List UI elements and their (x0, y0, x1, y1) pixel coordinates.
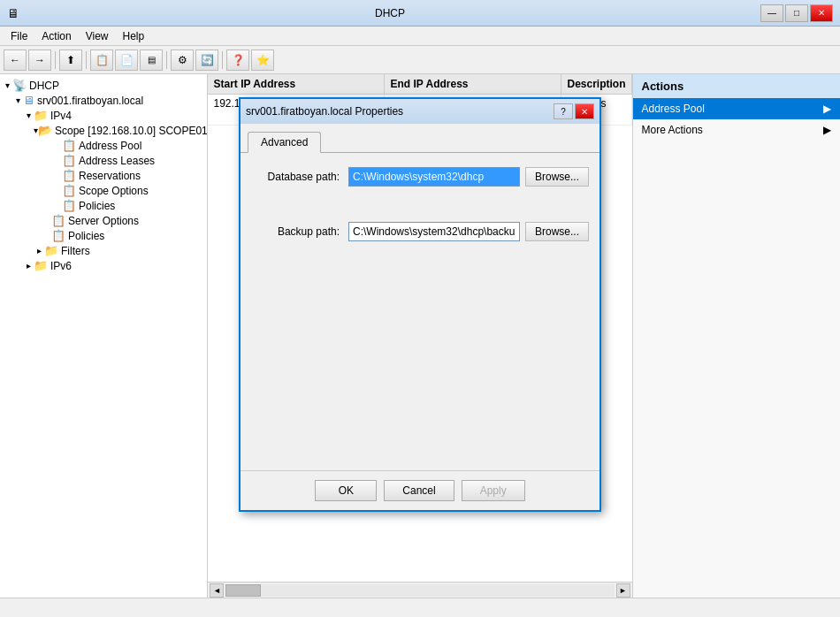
filters-icon: 📁 (44, 244, 58, 257)
actions-more-label: More Actions (642, 124, 703, 136)
tree-item-dhcp[interactable]: ▾ 📡 DHCP (0, 78, 207, 93)
col-header-description: Description (561, 74, 631, 94)
menu-file[interactable]: File (4, 28, 34, 44)
dialog-help-button[interactable]: ? (554, 103, 573, 119)
toggle-ipv4[interactable]: ▾ (23, 110, 34, 120)
dialog-title-bar: srv001.firatboyan.local Properties ? ✕ (241, 99, 599, 124)
scroll-left-button[interactable]: ◄ (210, 583, 224, 598)
tree-item-scope-options[interactable]: 📋 Scope Options (0, 183, 207, 198)
toggle-ipv6[interactable]: ▸ (23, 261, 34, 270)
tree-item-scope-policies[interactable]: 📋 Policies (0, 198, 207, 213)
tree-item-server-policies[interactable]: 📋 Policies (0, 228, 207, 243)
tree-item-address-pool[interactable]: 📋 Address Pool (0, 138, 207, 153)
server-policies-icon: 📋 (51, 229, 65, 242)
star-button[interactable]: ⭐ (251, 50, 274, 71)
reservations-icon: 📋 (62, 169, 76, 182)
actions-title: Actions (642, 80, 684, 93)
tree-item-server[interactable]: ▾ 🖥 srv001.firatboyan.local (0, 93, 207, 108)
dhcp-icon: 📡 (12, 79, 27, 92)
toolbar-separator-1 (55, 51, 56, 69)
tab-advanced[interactable]: Advanced (248, 132, 321, 153)
col-header-end-ip: End IP Address (385, 74, 561, 94)
minimize-button[interactable]: — (760, 4, 783, 22)
dialog-title: srv001.firatboyan.local Properties (246, 105, 403, 118)
database-path-row: Database path: Browse... (251, 167, 589, 187)
content-header: Start IP Address End IP Address Descript… (208, 74, 631, 95)
tree-item-server-options[interactable]: 📋 Server Options (0, 213, 207, 228)
ipv6-icon: 📁 (34, 259, 48, 272)
tree-label-address-pool: Address Pool (79, 140, 141, 152)
tree-item-ipv4[interactable]: ▾ 📁 IPv4 (0, 108, 207, 123)
backup-path-input[interactable] (348, 222, 520, 241)
help-button[interactable]: ❓ (226, 50, 249, 71)
tree-label-address-leases: Address Leases (79, 155, 155, 167)
toolbar-separator-3 (166, 51, 167, 69)
tree-label-ipv4: IPv4 (50, 110, 72, 122)
properties-dialog: srv001.firatboyan.local Properties ? ✕ A… (239, 97, 601, 512)
refresh-button[interactable]: 🔄 (195, 50, 218, 71)
tree-item-scope[interactable]: ▾ 📂 Scope [192.168.10.0] SCOPE01 (0, 123, 207, 138)
menu-help[interactable]: Help (116, 28, 152, 44)
ok-button[interactable]: OK (315, 480, 377, 501)
scroll-track[interactable] (225, 584, 614, 597)
list-button[interactable]: 📄 (115, 50, 138, 71)
address-leases-icon: 📋 (62, 154, 76, 167)
tree-label-scope-options: Scope Options (79, 185, 149, 197)
toggle-filters[interactable]: ▸ (34, 246, 44, 255)
tree-label-dhcp: DHCP (29, 80, 59, 92)
close-button[interactable]: ✕ (810, 4, 833, 22)
menu-action[interactable]: Action (34, 28, 78, 44)
apply-button[interactable]: Apply (462, 480, 525, 501)
toolbar-separator-2 (86, 51, 87, 69)
cancel-button[interactable]: Cancel (384, 480, 454, 501)
scroll-thumb[interactable] (225, 584, 261, 597)
dialog-close-button[interactable]: ✕ (575, 103, 594, 119)
menu-bar: File Action View Help (0, 27, 840, 46)
scope-policies-icon: 📋 (62, 199, 76, 212)
toggle-dhcp[interactable]: ▾ (2, 80, 12, 90)
status-bar (0, 598, 840, 617)
forward-button[interactable]: → (28, 50, 51, 71)
menu-view[interactable]: View (79, 28, 116, 44)
properties-button[interactable]: ⚙ (171, 50, 194, 71)
dialog-controls: ? ✕ (554, 103, 594, 119)
tree-label-scope: Scope [192.168.10.0] SCOPE01 (55, 125, 208, 137)
tree-item-ipv6[interactable]: ▸ 📁 IPv6 (0, 258, 207, 273)
backup-path-row: Backup path: Browse... (251, 222, 589, 241)
detail-button[interactable]: ▤ (140, 50, 163, 71)
tree-item-filters[interactable]: ▸ 📁 Filters (0, 243, 207, 258)
title-bar: 🖥 DHCP — □ ✕ (0, 0, 840, 27)
database-browse-button[interactable]: Browse... (525, 167, 589, 187)
server-options-icon: 📋 (51, 214, 65, 227)
show-hide-button[interactable]: 📋 (90, 50, 113, 71)
horizontal-scrollbar[interactable]: ◄ ► (208, 582, 631, 598)
back-button[interactable]: ← (4, 50, 27, 71)
server-icon: 🖥 (23, 94, 34, 107)
tree-label-filters: Filters (61, 245, 90, 257)
address-pool-icon: 📋 (62, 139, 76, 152)
actions-item-more[interactable]: More Actions ▶ (633, 119, 840, 141)
scope-icon: 📂 (38, 124, 52, 137)
maximize-button[interactable]: □ (785, 4, 808, 22)
up-button[interactable]: ⬆ (59, 50, 82, 71)
tree-panel: ▾ 📡 DHCP ▾ 🖥 srv001.firatboyan.local ▾ 📁… (0, 74, 208, 598)
scroll-right-button[interactable]: ► (616, 583, 630, 598)
backup-browse-button[interactable]: Browse... (525, 222, 589, 241)
toolbar: ← → ⬆ 📋 📄 ▤ ⚙ 🔄 ❓ ⭐ (0, 46, 840, 74)
tree-label-reservations: Reservations (79, 170, 141, 182)
actions-header: Actions (633, 74, 840, 98)
tree-item-reservations[interactable]: 📋 Reservations (0, 168, 207, 183)
tab-bar: Advanced (241, 124, 599, 152)
actions-more-arrow: ▶ (823, 124, 831, 136)
actions-item-address-pool[interactable]: Address Pool ▶ (633, 98, 840, 119)
tree-label-server: srv001.firatboyan.local (37, 95, 143, 107)
scope-options-icon: 📋 (62, 184, 76, 197)
backup-path-label: Backup path: (251, 225, 348, 238)
window-controls: — □ ✕ (760, 4, 833, 22)
app-icon: 🖥 (7, 6, 19, 20)
database-path-input[interactable] (348, 167, 520, 187)
toggle-server[interactable]: ▾ (12, 95, 23, 105)
actions-panel: Actions Address Pool ▶ More Actions ▶ (632, 74, 840, 598)
tree-label-ipv6: IPv6 (50, 260, 72, 272)
tree-item-address-leases[interactable]: 📋 Address Leases (0, 153, 207, 168)
